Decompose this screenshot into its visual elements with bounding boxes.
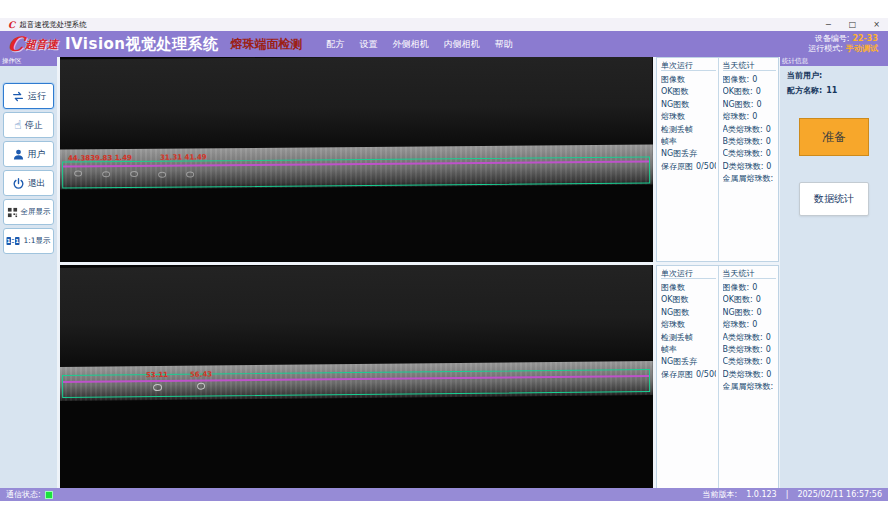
- stat-row: NG图丢弃: [661, 356, 716, 368]
- stat-row: 图像数:0: [723, 74, 777, 86]
- menu-item[interactable]: 帮助: [495, 38, 513, 51]
- current-user-label: 当前用户:: [787, 71, 822, 80]
- menu-item[interactable]: 设置: [360, 38, 378, 51]
- main-menu: 配方 设置 外侧相机 内侧相机 帮助: [327, 38, 513, 51]
- app-window: C 超音速视觉处理系统 − □ × C 超音速 IVision视觉处理系统 熔珠…: [0, 0, 888, 522]
- single-run-column: 单次运行 图像数 OK图数 NG图数 熔珠数 检测丢帧 帧率 NG图丢弃: [657, 58, 718, 261]
- device-number-value: 22-33: [852, 34, 878, 43]
- stat-row: 金属屑熔珠数:0: [723, 173, 777, 185]
- menu-item[interactable]: 内侧相机: [444, 38, 480, 51]
- camera-view-bottom: 53.11 56.43: [60, 265, 653, 490]
- app-subtitle: 熔珠端面检测: [231, 36, 303, 53]
- stat-row: 图像数:0: [723, 282, 777, 294]
- comm-status-label: 通信状态:: [6, 489, 41, 500]
- hand-click-icon: ☝: [14, 119, 21, 131]
- stat-row: D类熔珠数:0: [723, 369, 777, 381]
- stat-row: 图像数: [661, 282, 716, 294]
- stat-row: 检测丢帧: [661, 124, 716, 136]
- run-mode-value: 手动调试: [846, 44, 878, 53]
- device-info: 设备编号:22-33 运行模式:手动调试: [808, 34, 880, 54]
- version-label: 当前版本:: [702, 489, 737, 500]
- menu-item[interactable]: 配方: [327, 38, 345, 51]
- operation-sidebar: 操作区 运行 ☝ 停止 用户 退出 全屏显示 11: [0, 57, 57, 488]
- version-info: 当前版本: 1.0.123 | 2025/02/11 16:57:56: [693, 489, 882, 500]
- stat-row: OK图数: [661, 86, 716, 98]
- daily-stats-column: 当天统计 图像数:0 OK图数:0 NG图数:0 熔珠数:0 A类熔珠数:0 B…: [718, 266, 779, 489]
- brand-name: 超音速: [25, 37, 58, 52]
- fullscreen-display-button[interactable]: 全屏显示: [3, 199, 54, 225]
- stats-panel-top: 单次运行 图像数 OK图数 NG图数 熔珠数 检测丢帧 帧率 NG图丢弃: [656, 57, 779, 262]
- bead-marker: [130, 171, 138, 177]
- stat-row: C类熔珠数:0: [723, 148, 777, 160]
- user-button[interactable]: 用户: [3, 141, 54, 167]
- status-bar: 通信状态: 当前版本: 1.0.123 | 2025/02/11 16:57:5…: [0, 488, 888, 501]
- measurement-annotation: 31.31 41.49: [160, 153, 207, 161]
- stat-row: NG图数: [661, 99, 716, 111]
- status-separator: |: [786, 490, 789, 499]
- stat-row: NG图数:0: [723, 307, 777, 319]
- daily-stats-title: 当天统计: [723, 268, 777, 279]
- window-controls: − □ ×: [825, 20, 880, 30]
- stat-row: 帧率: [661, 344, 716, 356]
- bead-marker: [197, 383, 205, 390]
- stop-button[interactable]: ☝ 停止: [3, 112, 54, 138]
- stat-row: 熔珠数: [661, 111, 716, 123]
- daily-stats-column: 当天统计 图像数:0 OK图数:0 NG图数:0 熔珠数:0 A类熔珠数:0 B…: [718, 58, 779, 261]
- single-run-column: 单次运行 图像数 OK图数 NG图数 熔珠数 检测丢帧 帧率 NG图丢弃: [657, 266, 718, 489]
- image-background: [60, 265, 653, 368]
- menu-item[interactable]: 外侧相机: [393, 38, 429, 51]
- one-to-one-display-label: 1:1显示: [23, 236, 50, 246]
- page-title: IVision视觉处理系统: [65, 35, 219, 54]
- exit-button-label: 退出: [28, 177, 46, 190]
- prepare-button[interactable]: 准备: [799, 118, 869, 156]
- stat-row: 检测丢帧: [661, 332, 716, 344]
- measurement-annotation: 53.11: [146, 371, 168, 379]
- stat-row: B类熔珠数:0: [723, 344, 777, 356]
- stat-row: B类熔珠数:0: [723, 136, 777, 148]
- stat-row: NG图丢弃: [661, 148, 716, 160]
- image-background: [60, 57, 653, 152]
- single-run-title: 单次运行: [661, 60, 716, 71]
- recipe-name-label: 配方名称:: [787, 86, 822, 95]
- statistics-info-panel: 统计信息 当前用户: 配方名称:11 准备 数据统计: [780, 57, 888, 488]
- measurement-annotation: 56.43: [190, 371, 212, 379]
- svg-text:1: 1: [16, 238, 20, 244]
- stats-panel-bottom: 单次运行 图像数 OK图数 NG图数 熔珠数 检测丢帧 帧率 NG图丢弃: [656, 265, 779, 490]
- single-run-title: 单次运行: [661, 268, 716, 279]
- stat-row: 熔珠数:0: [723, 319, 777, 331]
- run-mode-label: 运行模式:: [808, 44, 843, 53]
- stat-row: 帧率: [661, 136, 716, 148]
- close-button[interactable]: ×: [873, 20, 880, 30]
- app-header: C 超音速 IVision视觉处理系统 熔珠端面检测 配方 设置 外侧相机 内侧…: [0, 31, 888, 57]
- stat-row: D类熔珠数:0: [723, 161, 777, 173]
- bead-marker: [74, 170, 82, 176]
- app-logo-icon: C: [8, 20, 15, 30]
- sidebar-header: 操作区: [0, 57, 57, 66]
- stat-row: NG图数:0: [723, 99, 777, 111]
- stat-row: 熔珠数: [661, 319, 716, 331]
- power-icon: [12, 177, 25, 190]
- stat-row: OK图数: [661, 294, 716, 306]
- stat-row: 保存原图0/500: [661, 369, 716, 381]
- fullscreen-display-label: 全屏显示: [21, 207, 51, 217]
- run-button[interactable]: 运行: [3, 83, 54, 109]
- stat-row: 图像数: [661, 74, 716, 86]
- stat-row: OK图数:0: [723, 294, 777, 306]
- run-arrows-icon: [11, 90, 25, 103]
- window-titlebar: C 超音速视觉处理系统 − □ ×: [0, 18, 888, 31]
- comm-status-indicator: [45, 491, 53, 499]
- restore-button[interactable]: □: [849, 20, 857, 30]
- run-button-label: 运行: [28, 90, 46, 103]
- stat-row: 金属屑熔珠数:0: [723, 381, 777, 393]
- bead-marker: [153, 384, 162, 391]
- data-statistics-button[interactable]: 数据统计: [799, 182, 869, 216]
- minimize-button[interactable]: −: [825, 20, 832, 30]
- svg-text:1: 1: [7, 238, 11, 244]
- info-panel-header: 统计信息: [780, 57, 888, 66]
- one-to-one-display-button[interactable]: 11 1:1显示: [3, 228, 54, 254]
- fullscreen-grid-icon: [7, 207, 18, 218]
- window-title: 超音速视觉处理系统: [19, 20, 87, 30]
- exit-button[interactable]: 退出: [3, 170, 54, 196]
- status-datetime: 2025/02/11 16:57:56: [797, 490, 882, 499]
- bead-marker: [186, 171, 194, 177]
